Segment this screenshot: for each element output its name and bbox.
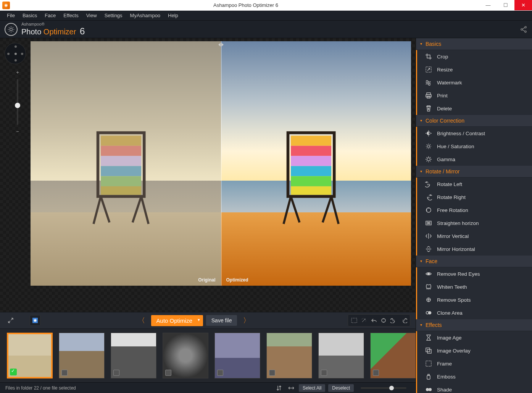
preview-optimized	[221, 41, 411, 286]
tool-clone-area[interactable]: Clone Area	[416, 306, 532, 319]
tool-hue-saturation[interactable]: Hue / Saturation	[416, 140, 532, 153]
menu-help[interactable]: Help	[164, 13, 182, 18]
thumbnail-waterfall[interactable]	[266, 333, 312, 378]
tool-whiten-teeth[interactable]: Whiten Teeth	[416, 280, 532, 293]
thumbnail-strip	[0, 329, 416, 382]
thumbnail-checkbox[interactable]	[373, 370, 379, 376]
thumb-size-slider[interactable]	[361, 387, 406, 389]
thumbnail-skyline[interactable]	[318, 333, 364, 378]
thumbnail-checkbox[interactable]	[217, 370, 223, 376]
share-icon[interactable]	[520, 26, 527, 33]
action-toolbar: 〈 Auto Optimize Save file 〉 90 90	[0, 312, 416, 329]
print-icon	[425, 92, 432, 99]
panel-header-basics[interactable]: ▸Basics	[416, 38, 532, 50]
tool-shade[interactable]: Shade	[416, 383, 532, 393]
image-overlay-icon	[425, 347, 432, 354]
thumbnail-bridge[interactable]	[111, 333, 156, 378]
tool-gamma[interactable]: Gamma	[416, 153, 532, 166]
comparison-divider[interactable]	[221, 41, 222, 286]
prev-image-button[interactable]: 〈	[135, 316, 148, 325]
tool-mirror-vertical[interactable]: Mirror Vertical	[416, 230, 532, 243]
favorite-toggle[interactable]	[30, 315, 40, 326]
tool-free-rotation[interactable]: Free Rotation	[416, 204, 532, 217]
thumbnail-birdhouse[interactable]	[370, 333, 416, 378]
select-all-button[interactable]: Select All	[299, 384, 325, 392]
thumbnail-checkbox[interactable]	[321, 370, 327, 376]
tool-watermark[interactable]: Watermark	[416, 76, 532, 89]
panel-header-face[interactable]: ▸Face	[416, 256, 532, 267]
menu-effects[interactable]: Effects	[60, 13, 82, 18]
svg-rect-19	[351, 318, 357, 323]
menu-settings[interactable]: Settings	[101, 13, 126, 18]
tool-resize[interactable]: Resize	[416, 63, 532, 76]
tool-emboss[interactable]: Emboss	[416, 370, 532, 383]
thumbnail-beach-chairs[interactable]	[7, 333, 53, 378]
menu-file[interactable]: File	[3, 13, 19, 18]
save-file-button[interactable]: Save file	[206, 315, 237, 326]
tool-delete[interactable]: Delete	[416, 102, 532, 115]
tool-rotate-right[interactable]: 90Rotate Right	[416, 191, 532, 204]
zoom-in-button[interactable]: +	[16, 70, 19, 75]
menu-myashampoo[interactable]: MyAshampoo	[126, 13, 164, 18]
tool-label: Resize	[437, 67, 453, 73]
thumbnail-pier[interactable]	[214, 333, 260, 378]
svg-rect-7	[101, 166, 141, 176]
comparison-handle[interactable]	[218, 43, 224, 47]
tool-straighten-horizon[interactable]: Straighten horizon	[416, 217, 532, 230]
window-close-button[interactable]: ✕	[514, 0, 532, 10]
menu-view[interactable]: View	[82, 13, 101, 18]
undo-icon[interactable]	[369, 316, 379, 325]
tool-label: Free Rotation	[437, 207, 468, 213]
tool-remove-red-eyes[interactable]: Remove Red Eyes	[416, 267, 532, 280]
chevron-down-icon: ▸	[419, 120, 424, 122]
pan-navigator[interactable]	[5, 43, 26, 64]
magic-tool-icon[interactable]	[360, 316, 369, 325]
sort-icon[interactable]	[274, 384, 284, 392]
tool-rotate-left[interactable]: 90Rotate Left	[416, 178, 532, 191]
window-minimize-button[interactable]: —	[479, 0, 497, 10]
collapse-icon[interactable]	[5, 315, 16, 326]
selection-tool-icon[interactable]	[350, 316, 359, 325]
emboss-icon	[425, 373, 432, 380]
menu-face[interactable]: Face	[41, 13, 60, 18]
panel-header-rotate-mirror[interactable]: ▸Rotate / Mirror	[416, 166, 532, 178]
mirror-horizontal-icon	[425, 245, 432, 253]
tool-frame[interactable]: Frame	[416, 357, 532, 370]
rotate-cw-icon[interactable]: 90	[399, 316, 408, 325]
zoom-slider[interactable]	[17, 79, 18, 125]
thumbnail-cathedral[interactable]	[59, 333, 105, 378]
menu-basics[interactable]: Basics	[19, 13, 41, 18]
red-eye-icon	[425, 270, 432, 278]
thumbnail-checkbox[interactable]	[61, 370, 68, 376]
tool-label: Watermark	[437, 80, 462, 86]
deselect-button[interactable]: Deselect	[328, 384, 354, 392]
tool-label: Whiten Teeth	[437, 284, 467, 290]
tool-print[interactable]: Print	[416, 89, 532, 102]
tool-brightness-contrast[interactable]: Brightness / Contrast	[416, 127, 532, 140]
app-logo-icon	[5, 23, 18, 36]
chevron-down-icon: ▸	[419, 43, 424, 45]
swap-icon[interactable]	[287, 384, 296, 392]
redo-icon[interactable]	[379, 316, 389, 325]
tool-label: Straighten horizon	[437, 220, 479, 226]
statusbar: Files in folder 22 / one file selected S…	[0, 382, 416, 393]
rotate-ccw-icon[interactable]: 90	[389, 316, 398, 325]
tool-label: Rotate Left	[437, 181, 462, 187]
tool-crop[interactable]: Crop	[416, 50, 532, 63]
thumbnail-checkbox[interactable]	[269, 370, 275, 376]
next-image-button[interactable]: 〉	[240, 316, 253, 325]
window-maximize-button[interactable]: ☐	[497, 0, 514, 10]
tool-image-age[interactable]: Image Age	[416, 331, 532, 344]
crop-icon	[425, 53, 432, 60]
panel-header-effects[interactable]: ▸Effects	[416, 319, 532, 331]
thumbnail-checkbox[interactable]	[165, 370, 171, 376]
thumbnail-gears[interactable]	[163, 333, 208, 378]
zoom-out-button[interactable]: −	[16, 129, 19, 134]
auto-optimize-button[interactable]: Auto Optimize	[151, 315, 203, 326]
thumbnail-checkbox[interactable]	[113, 370, 119, 376]
tool-image-overlay[interactable]: Image Overlay	[416, 344, 532, 357]
menubar: FileBasicsFaceEffectsViewSettingsMyAsham…	[0, 11, 532, 21]
tool-remove-spots[interactable]: Remove Spots	[416, 293, 532, 306]
panel-header-color-correction[interactable]: ▸Color Correction	[416, 115, 532, 127]
tool-mirror-horizontal[interactable]: Mirror Horizontal	[416, 243, 532, 256]
